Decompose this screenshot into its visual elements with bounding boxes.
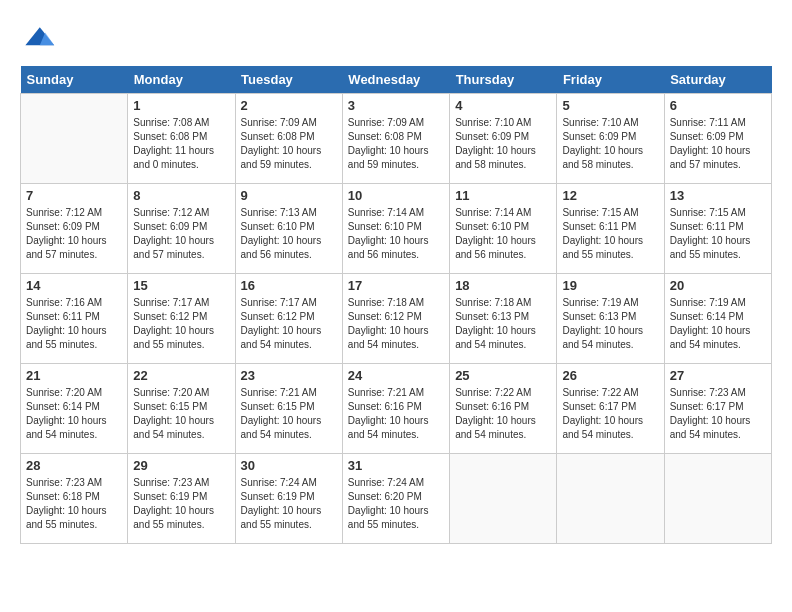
day-info: Sunrise: 7:12 AMSunset: 6:09 PMDaylight:…: [133, 206, 229, 262]
day-info: Sunrise: 7:24 AMSunset: 6:20 PMDaylight:…: [348, 476, 444, 532]
day-info: Sunrise: 7:16 AMSunset: 6:11 PMDaylight:…: [26, 296, 122, 352]
day-number: 27: [670, 368, 766, 383]
day-number: 17: [348, 278, 444, 293]
calendar-cell: 28Sunrise: 7:23 AMSunset: 6:18 PMDayligh…: [21, 454, 128, 544]
day-number: 29: [133, 458, 229, 473]
day-number: 7: [26, 188, 122, 203]
calendar-cell: 14Sunrise: 7:16 AMSunset: 6:11 PMDayligh…: [21, 274, 128, 364]
calendar-cell: 17Sunrise: 7:18 AMSunset: 6:12 PMDayligh…: [342, 274, 449, 364]
day-number: 20: [670, 278, 766, 293]
calendar-cell: 5Sunrise: 7:10 AMSunset: 6:09 PMDaylight…: [557, 94, 664, 184]
day-info: Sunrise: 7:19 AMSunset: 6:13 PMDaylight:…: [562, 296, 658, 352]
day-info: Sunrise: 7:22 AMSunset: 6:17 PMDaylight:…: [562, 386, 658, 442]
calendar-week-row: 1Sunrise: 7:08 AMSunset: 6:08 PMDaylight…: [21, 94, 772, 184]
page-container: SundayMondayTuesdayWednesdayThursdayFrid…: [20, 20, 772, 544]
day-info: Sunrise: 7:08 AMSunset: 6:08 PMDaylight:…: [133, 116, 229, 172]
day-number: 26: [562, 368, 658, 383]
day-info: Sunrise: 7:15 AMSunset: 6:11 PMDaylight:…: [562, 206, 658, 262]
day-number: 11: [455, 188, 551, 203]
day-info: Sunrise: 7:21 AMSunset: 6:15 PMDaylight:…: [241, 386, 337, 442]
day-number: 2: [241, 98, 337, 113]
calendar-cell: 25Sunrise: 7:22 AMSunset: 6:16 PMDayligh…: [450, 364, 557, 454]
day-number: 10: [348, 188, 444, 203]
calendar-cell: 15Sunrise: 7:17 AMSunset: 6:12 PMDayligh…: [128, 274, 235, 364]
calendar-cell: 16Sunrise: 7:17 AMSunset: 6:12 PMDayligh…: [235, 274, 342, 364]
weekday-header-thursday: Thursday: [450, 66, 557, 94]
day-info: Sunrise: 7:10 AMSunset: 6:09 PMDaylight:…: [562, 116, 658, 172]
calendar-cell: 19Sunrise: 7:19 AMSunset: 6:13 PMDayligh…: [557, 274, 664, 364]
day-number: 22: [133, 368, 229, 383]
day-number: 19: [562, 278, 658, 293]
day-number: 3: [348, 98, 444, 113]
calendar-cell: 24Sunrise: 7:21 AMSunset: 6:16 PMDayligh…: [342, 364, 449, 454]
calendar-cell: 30Sunrise: 7:24 AMSunset: 6:19 PMDayligh…: [235, 454, 342, 544]
day-info: Sunrise: 7:18 AMSunset: 6:12 PMDaylight:…: [348, 296, 444, 352]
day-info: Sunrise: 7:17 AMSunset: 6:12 PMDaylight:…: [133, 296, 229, 352]
logo: [20, 20, 62, 56]
calendar-cell: [664, 454, 771, 544]
calendar-cell: 27Sunrise: 7:23 AMSunset: 6:17 PMDayligh…: [664, 364, 771, 454]
calendar-cell: 18Sunrise: 7:18 AMSunset: 6:13 PMDayligh…: [450, 274, 557, 364]
day-number: 12: [562, 188, 658, 203]
day-number: 15: [133, 278, 229, 293]
day-info: Sunrise: 7:20 AMSunset: 6:14 PMDaylight:…: [26, 386, 122, 442]
day-info: Sunrise: 7:11 AMSunset: 6:09 PMDaylight:…: [670, 116, 766, 172]
day-number: 30: [241, 458, 337, 473]
day-info: Sunrise: 7:19 AMSunset: 6:14 PMDaylight:…: [670, 296, 766, 352]
weekday-header-monday: Monday: [128, 66, 235, 94]
day-info: Sunrise: 7:22 AMSunset: 6:16 PMDaylight:…: [455, 386, 551, 442]
day-info: Sunrise: 7:18 AMSunset: 6:13 PMDaylight:…: [455, 296, 551, 352]
calendar-cell: 3Sunrise: 7:09 AMSunset: 6:08 PMDaylight…: [342, 94, 449, 184]
calendar-cell: 8Sunrise: 7:12 AMSunset: 6:09 PMDaylight…: [128, 184, 235, 274]
day-info: Sunrise: 7:20 AMSunset: 6:15 PMDaylight:…: [133, 386, 229, 442]
day-info: Sunrise: 7:24 AMSunset: 6:19 PMDaylight:…: [241, 476, 337, 532]
calendar-cell: 10Sunrise: 7:14 AMSunset: 6:10 PMDayligh…: [342, 184, 449, 274]
day-number: 24: [348, 368, 444, 383]
weekday-header-row: SundayMondayTuesdayWednesdayThursdayFrid…: [21, 66, 772, 94]
calendar-cell: 9Sunrise: 7:13 AMSunset: 6:10 PMDaylight…: [235, 184, 342, 274]
day-info: Sunrise: 7:23 AMSunset: 6:17 PMDaylight:…: [670, 386, 766, 442]
calendar-cell: 26Sunrise: 7:22 AMSunset: 6:17 PMDayligh…: [557, 364, 664, 454]
calendar-cell: 21Sunrise: 7:20 AMSunset: 6:14 PMDayligh…: [21, 364, 128, 454]
calendar-cell: 2Sunrise: 7:09 AMSunset: 6:08 PMDaylight…: [235, 94, 342, 184]
day-number: 5: [562, 98, 658, 113]
calendar-cell: [450, 454, 557, 544]
calendar-week-row: 21Sunrise: 7:20 AMSunset: 6:14 PMDayligh…: [21, 364, 772, 454]
day-number: 1: [133, 98, 229, 113]
day-number: 25: [455, 368, 551, 383]
day-info: Sunrise: 7:14 AMSunset: 6:10 PMDaylight:…: [348, 206, 444, 262]
day-number: 14: [26, 278, 122, 293]
day-number: 6: [670, 98, 766, 113]
calendar-cell: 31Sunrise: 7:24 AMSunset: 6:20 PMDayligh…: [342, 454, 449, 544]
logo-icon: [20, 20, 56, 56]
day-info: Sunrise: 7:09 AMSunset: 6:08 PMDaylight:…: [241, 116, 337, 172]
calendar-table: SundayMondayTuesdayWednesdayThursdayFrid…: [20, 66, 772, 544]
calendar-cell: 22Sunrise: 7:20 AMSunset: 6:15 PMDayligh…: [128, 364, 235, 454]
weekday-header-sunday: Sunday: [21, 66, 128, 94]
calendar-week-row: 28Sunrise: 7:23 AMSunset: 6:18 PMDayligh…: [21, 454, 772, 544]
day-info: Sunrise: 7:14 AMSunset: 6:10 PMDaylight:…: [455, 206, 551, 262]
day-number: 28: [26, 458, 122, 473]
day-number: 18: [455, 278, 551, 293]
calendar-cell: 1Sunrise: 7:08 AMSunset: 6:08 PMDaylight…: [128, 94, 235, 184]
day-info: Sunrise: 7:15 AMSunset: 6:11 PMDaylight:…: [670, 206, 766, 262]
day-number: 23: [241, 368, 337, 383]
calendar-cell: 7Sunrise: 7:12 AMSunset: 6:09 PMDaylight…: [21, 184, 128, 274]
day-number: 9: [241, 188, 337, 203]
calendar-cell: 4Sunrise: 7:10 AMSunset: 6:09 PMDaylight…: [450, 94, 557, 184]
weekday-header-friday: Friday: [557, 66, 664, 94]
day-number: 21: [26, 368, 122, 383]
weekday-header-wednesday: Wednesday: [342, 66, 449, 94]
calendar-week-row: 14Sunrise: 7:16 AMSunset: 6:11 PMDayligh…: [21, 274, 772, 364]
calendar-cell: 13Sunrise: 7:15 AMSunset: 6:11 PMDayligh…: [664, 184, 771, 274]
calendar-cell: [21, 94, 128, 184]
day-number: 4: [455, 98, 551, 113]
calendar-cell: 11Sunrise: 7:14 AMSunset: 6:10 PMDayligh…: [450, 184, 557, 274]
day-number: 13: [670, 188, 766, 203]
weekday-header-saturday: Saturday: [664, 66, 771, 94]
day-info: Sunrise: 7:21 AMSunset: 6:16 PMDaylight:…: [348, 386, 444, 442]
calendar-cell: [557, 454, 664, 544]
page-header: [20, 20, 772, 56]
day-number: 8: [133, 188, 229, 203]
day-info: Sunrise: 7:12 AMSunset: 6:09 PMDaylight:…: [26, 206, 122, 262]
